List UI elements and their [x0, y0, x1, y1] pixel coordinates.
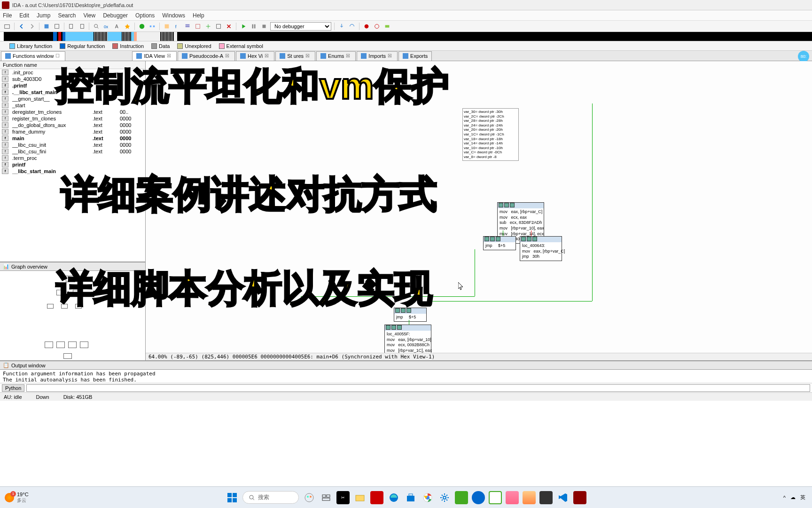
- bp-button[interactable]: [362, 22, 371, 31]
- function-row[interactable]: f__libc_csu_init.text0000: [0, 142, 145, 148]
- stop-button[interactable]: [260, 22, 268, 31]
- tab-functions[interactable]: Functions window☐: [1, 51, 65, 61]
- menu-file[interactable]: File: [3, 12, 12, 19]
- bp2-button[interactable]: [373, 22, 381, 31]
- copilot-icon[interactable]: [303, 491, 316, 504]
- ida-taskbar-icon[interactable]: [573, 491, 586, 504]
- tab-pseudocode[interactable]: Pseudocode-A☒: [178, 51, 235, 61]
- function-row[interactable]: f.term_proc: [0, 155, 145, 161]
- debugger-select[interactable]: No debugger: [270, 22, 331, 31]
- tray-chevron-icon[interactable]: ^: [783, 495, 786, 500]
- task-view-icon[interactable]: [320, 491, 333, 504]
- settings-icon[interactable]: [438, 491, 451, 504]
- function-row[interactable]: f__gmon_start__: [0, 95, 145, 102]
- step-in-button[interactable]: [337, 22, 346, 31]
- bp3-button[interactable]: [383, 22, 391, 31]
- func-button[interactable]: f: [173, 22, 181, 31]
- tool-btn-2[interactable]: [53, 22, 61, 31]
- search-button[interactable]: [92, 22, 101, 31]
- graph-overview-canvas[interactable]: [0, 271, 145, 360]
- graph-canvas[interactable]: var_30= dword ptr -30hvar_2C= dword ptr …: [146, 61, 812, 360]
- clear-button[interactable]: [225, 22, 233, 31]
- store-icon[interactable]: [404, 491, 417, 504]
- tab-imports[interactable]: Imports☒: [357, 51, 398, 61]
- enum-button[interactable]: [194, 22, 202, 31]
- tray-cloud-icon[interactable]: ☁: [790, 494, 796, 500]
- capcut-icon[interactable]: ✂: [336, 491, 350, 504]
- forward-button[interactable]: [28, 22, 36, 31]
- weather-widget[interactable]: 19°C 多云: [0, 492, 33, 504]
- functions-column-header[interactable]: Function name: [0, 61, 145, 69]
- graph-node[interactable]: jmp $+5: [394, 308, 427, 322]
- circle-green-button[interactable]: [138, 22, 146, 31]
- close-icon[interactable]: ☒: [167, 53, 172, 59]
- function-row[interactable]: f__libc_csu_fini.text0000: [0, 148, 145, 155]
- menu-search[interactable]: Search: [58, 12, 76, 19]
- close-icon[interactable]: ☒: [225, 53, 231, 59]
- text-button[interactable]: A: [113, 22, 121, 31]
- back-button[interactable]: [17, 22, 26, 31]
- app-icon-1[interactable]: [370, 491, 383, 504]
- menu-help[interactable]: Help: [193, 12, 204, 19]
- taskbar-search[interactable]: 搜索: [242, 491, 299, 504]
- function-row[interactable]: fprintf: [0, 161, 145, 168]
- function-row[interactable]: f.init_proc: [0, 69, 145, 76]
- script-button[interactable]: [214, 22, 223, 31]
- start-button[interactable]: [226, 491, 239, 504]
- explorer-icon[interactable]: [353, 491, 367, 504]
- graph-button[interactable]: [148, 22, 156, 31]
- app-icon-3[interactable]: [472, 491, 485, 504]
- mark-button[interactable]: [163, 22, 171, 31]
- graph-node[interactable]: loc_40055F: mov eax, [rbp+var_10] mov ec…: [384, 325, 431, 355]
- output-text[interactable]: Function argument information has been p…: [0, 370, 812, 383]
- app-icon-7[interactable]: [539, 491, 553, 504]
- function-row[interactable]: fmain.text0000: [0, 135, 145, 142]
- run-button[interactable]: [239, 22, 248, 31]
- function-row[interactable]: f.__libc_start_main: [0, 89, 145, 95]
- app-icon-6[interactable]: [523, 491, 536, 504]
- python-label[interactable]: Python: [2, 384, 24, 392]
- tab-structures[interactable]: St ures☒: [275, 51, 315, 61]
- copy-button[interactable]: [67, 22, 76, 31]
- app-icon-4[interactable]: [489, 491, 502, 504]
- paste-button[interactable]: [78, 22, 86, 31]
- tab-hexview[interactable]: Hex Vi☒: [236, 51, 274, 61]
- function-row[interactable]: fframe_dummy.text0000: [0, 128, 145, 135]
- tab-exports[interactable]: Exports: [398, 51, 432, 61]
- app-icon-2[interactable]: [455, 491, 468, 504]
- function-row[interactable]: f__do_global_dtors_aux.text0000: [0, 122, 145, 128]
- functions-list[interactable]: f.init_procfsub_4003D0f.printff.__libc_s…: [0, 69, 145, 262]
- menu-edit[interactable]: Edit: [19, 12, 29, 19]
- app-icon-5[interactable]: [506, 491, 519, 504]
- edge-icon[interactable]: [387, 491, 400, 504]
- close-icon[interactable]: ☒: [265, 53, 270, 59]
- chrome-icon[interactable]: [421, 491, 434, 504]
- close-icon[interactable]: ☒: [305, 53, 311, 59]
- open-button[interactable]: [3, 22, 11, 31]
- system-tray[interactable]: ^ ☁ 英: [777, 494, 812, 501]
- function-row[interactable]: fderegister_tm_clones.text00..: [0, 109, 145, 115]
- hex-button[interactable]: 0x: [102, 22, 111, 31]
- menu-debugger[interactable]: Debugger: [103, 12, 128, 19]
- close-icon[interactable]: ☐: [55, 53, 61, 59]
- tab-enums[interactable]: Enums☒: [316, 51, 356, 61]
- menu-options[interactable]: Options: [135, 12, 155, 19]
- star-button[interactable]: [123, 22, 132, 31]
- tray-lang[interactable]: 英: [800, 494, 805, 501]
- function-row[interactable]: f_start: [0, 102, 145, 109]
- function-row[interactable]: f__libc_start_main: [0, 168, 145, 175]
- tab-idaview[interactable]: IDA View☒: [132, 51, 176, 61]
- menu-view[interactable]: View: [83, 12, 95, 19]
- graph-node[interactable]: jmp $+5: [483, 236, 516, 250]
- menu-jump[interactable]: Jump: [37, 12, 50, 19]
- menu-windows[interactable]: Windows: [162, 12, 185, 19]
- function-row[interactable]: f.printf: [0, 82, 145, 89]
- vscode-icon[interactable]: [556, 491, 570, 504]
- struct-button[interactable]: [183, 22, 192, 31]
- xref-button[interactable]: [204, 22, 212, 31]
- function-row[interactable]: fsub_4003D0: [0, 76, 145, 82]
- tool-btn-1[interactable]: [42, 22, 51, 31]
- graph-node[interactable]: loc_400643: mov eax, [rbp+var_C] jmp 30h: [520, 236, 562, 261]
- navigation-bar[interactable]: [0, 32, 812, 41]
- python-input[interactable]: [26, 384, 810, 392]
